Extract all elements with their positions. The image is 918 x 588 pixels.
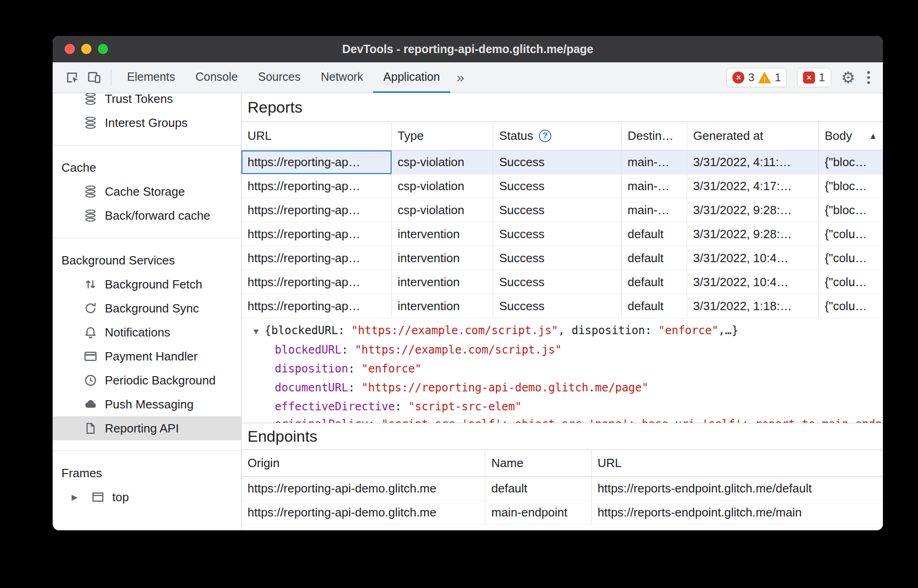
status-help-icon[interactable]: ?	[539, 130, 551, 142]
database-icon	[84, 93, 97, 106]
column-header-name[interactable]: Name	[485, 450, 592, 476]
report-body-cell[interactable]: {"bloc…	[819, 198, 883, 222]
tab-elements[interactable]: Elements	[117, 62, 185, 93]
minimize-window-button[interactable]	[81, 44, 91, 54]
report-row[interactable]: https://reporting-ap… intervention Succe…	[242, 222, 883, 246]
report-status-cell[interactable]: Success	[493, 294, 622, 318]
endpoint-url-cell[interactable]: https://reports-endpoint.glitch.me/main	[592, 501, 883, 524]
sidebar-item-trust-tokens[interactable]: Trust Tokens	[53, 93, 241, 111]
sidebar-item-push-messaging[interactable]: Push Messaging	[53, 392, 241, 416]
reports-table-header: URL Type Status ? Destin… Generated at B…	[242, 122, 883, 150]
report-url-cell[interactable]: https://reporting-ap…	[242, 222, 392, 246]
report-type-cell[interactable]: csp-violation	[392, 198, 493, 222]
sidebar-item-top-frame[interactable]: ▶ top	[53, 485, 241, 509]
report-status-cell[interactable]: Success	[493, 150, 622, 174]
zoom-window-button[interactable]	[98, 44, 108, 54]
report-url-cell[interactable]: https://reporting-ap…	[242, 270, 392, 294]
report-generated-cell[interactable]: 3/31/2022, 9:28:…	[687, 198, 819, 222]
inspect-element-icon[interactable]	[61, 62, 83, 93]
report-url-cell[interactable]: https://reporting-ap…	[242, 246, 392, 270]
collapse-toggle-icon[interactable]: ▼	[254, 322, 265, 341]
endpoint-row[interactable]: https://reporting-api-demo.glitch.me mai…	[242, 501, 883, 525]
disclosure-triangle-icon[interactable]: ▶	[72, 492, 84, 502]
tab-network[interactable]: Network	[311, 62, 374, 93]
column-header-destination[interactable]: Destin…	[622, 122, 687, 150]
report-generated-cell[interactable]: 3/31/2022, 10:4…	[687, 270, 819, 294]
report-generated-cell[interactable]: 3/31/2022, 4:17:…	[687, 174, 819, 198]
report-type-cell[interactable]: csp-violation	[392, 150, 493, 174]
sidebar-item-background-sync[interactable]: Background Sync	[53, 296, 241, 320]
report-generated-cell[interactable]: 3/31/2022, 10:4…	[687, 246, 819, 270]
settings-gear-icon[interactable]: ⚙	[841, 70, 855, 85]
column-header-status[interactable]: Status ?	[493, 122, 622, 150]
report-type-cell[interactable]: intervention	[392, 246, 493, 270]
report-status-cell[interactable]: Success	[493, 198, 622, 222]
report-destination-cell[interactable]: default	[622, 246, 687, 270]
report-status-cell[interactable]: Success	[493, 270, 622, 294]
column-header-generated-at[interactable]: Generated at	[687, 122, 819, 150]
report-status-cell[interactable]: Success	[493, 174, 622, 198]
report-status-cell[interactable]: Success	[493, 246, 622, 270]
endpoint-name-cell[interactable]: main-endpoint	[485, 501, 592, 524]
report-type-cell[interactable]: intervention	[392, 294, 493, 318]
report-row[interactable]: https://reporting-ap… intervention Succe…	[242, 246, 883, 270]
report-row[interactable]: https://reporting-ap… intervention Succe…	[242, 270, 883, 294]
report-url-cell[interactable]: https://reporting-ap…	[242, 150, 392, 174]
report-type-cell[interactable]: intervention	[392, 222, 493, 246]
sidebar-item-reporting-api[interactable]: Reporting API	[53, 416, 241, 440]
sidebar-item-cache-storage[interactable]: Cache Storage	[53, 180, 241, 204]
tab-console[interactable]: Console	[185, 62, 248, 93]
report-row[interactable]: https://reporting-ap… intervention Succe…	[242, 294, 883, 318]
report-body-cell[interactable]: {"colu…	[819, 270, 883, 294]
column-header-url[interactable]: URL	[242, 122, 392, 150]
report-generated-cell[interactable]: 3/31/2022, 9:28:…	[687, 222, 819, 246]
report-type-cell[interactable]: intervention	[392, 270, 493, 294]
device-toolbar-icon[interactable]	[83, 62, 105, 93]
errors-warnings-badge[interactable]: × 3 ! 1	[726, 68, 787, 87]
close-window-button[interactable]	[65, 44, 75, 54]
report-destination-cell[interactable]: main-…	[622, 150, 687, 174]
tab-application[interactable]: Application	[373, 62, 450, 93]
column-header-endpoint-url[interactable]: URL	[592, 450, 883, 476]
preview-colon: :	[645, 324, 658, 337]
sidebar-item-notifications[interactable]: Notifications	[53, 320, 241, 344]
report-generated-cell[interactable]: 3/31/2022, 4:11:…	[687, 150, 819, 174]
tab-sources[interactable]: Sources	[248, 62, 311, 93]
report-destination-cell[interactable]: default	[622, 222, 687, 246]
sidebar-item-background-fetch[interactable]: Background Fetch	[53, 272, 241, 296]
more-tabs-chevron-icon[interactable]: »	[450, 62, 471, 93]
endpoint-origin-cell[interactable]: https://reporting-api-demo.glitch.me	[242, 477, 485, 500]
report-body-cell[interactable]: {"colu…	[819, 294, 883, 318]
column-header-type[interactable]: Type	[392, 122, 493, 150]
report-row[interactable]: https://reporting-ap… csp-violation Succ…	[242, 174, 883, 198]
report-url-cell[interactable]: https://reporting-ap…	[242, 174, 392, 198]
report-body-cell[interactable]: {"bloc…	[819, 150, 883, 174]
report-row[interactable]: https://reporting-ap… csp-violation Succ…	[242, 198, 883, 222]
report-url-cell[interactable]: https://reporting-ap…	[242, 198, 392, 222]
report-row[interactable]: https://reporting-ap… csp-violation Succ…	[242, 150, 883, 174]
report-type-cell[interactable]: csp-violation	[392, 174, 493, 198]
endpoint-name-cell[interactable]: default	[485, 477, 592, 500]
sidebar-item-payment-handler[interactable]: Payment Handler	[53, 344, 241, 368]
report-destination-cell[interactable]: default	[622, 294, 687, 318]
report-body-cell[interactable]: {"colu…	[819, 246, 883, 270]
report-generated-cell[interactable]: 3/31/2022, 1:18:…	[687, 294, 819, 318]
report-destination-cell[interactable]: main-…	[622, 198, 687, 222]
report-body-cell[interactable]: {"bloc…	[819, 174, 883, 198]
more-options-icon[interactable]	[865, 69, 872, 86]
endpoint-row[interactable]: https://reporting-api-demo.glitch.me def…	[242, 477, 883, 501]
report-status-cell[interactable]: Success	[493, 222, 622, 246]
report-destination-cell[interactable]: default	[622, 270, 687, 294]
report-url-cell[interactable]: https://reporting-ap…	[242, 294, 392, 318]
preview-string-value: "https://example.com/script.js"	[351, 324, 558, 337]
column-header-origin[interactable]: Origin	[242, 450, 485, 476]
report-body-cell[interactable]: {"colu…	[819, 222, 883, 246]
endpoint-origin-cell[interactable]: https://reporting-api-demo.glitch.me	[242, 501, 485, 524]
sidebar-item-periodic-background-sync[interactable]: Periodic Background	[53, 368, 241, 392]
sidebar-item-back-forward-cache[interactable]: Back/forward cache	[53, 204, 241, 228]
issues-badge[interactable]: × 1	[797, 68, 831, 87]
sidebar-item-interest-groups[interactable]: Interest Groups	[53, 111, 241, 135]
report-destination-cell[interactable]: main-…	[622, 174, 687, 198]
column-header-body[interactable]: Body ▲	[819, 122, 883, 150]
endpoint-url-cell[interactable]: https://reports-endpoint.glitch.me/defau…	[592, 477, 883, 500]
